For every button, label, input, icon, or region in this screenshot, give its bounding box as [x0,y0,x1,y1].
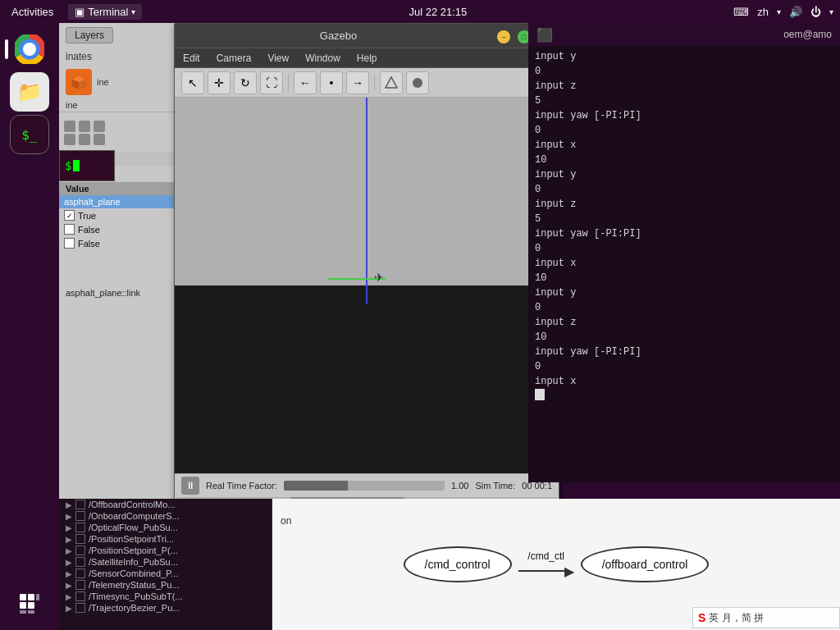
rtf-value: 1.00 [451,481,468,491]
dock-apps-icon[interactable] [10,584,49,623]
checkbox-8[interactable] [75,591,85,601]
prop-checkbox-false2[interactable] [64,238,75,249]
checkbox-0[interactable] [75,500,85,509]
term-line-12: input yaw [-PI:PI] [535,226,833,241]
toolbar-undo-btn[interactable]: ← [294,71,317,94]
checkbox-1[interactable] [75,511,85,521]
menu-window[interactable]: Window [302,51,344,66]
pause-button[interactable]: ⏸ [181,477,199,495]
arrow-icon-0: ▶ [66,500,72,509]
arrow-icon-3: ▶ [66,535,72,544]
dock-files-icon[interactable]: 📁 [10,72,49,112]
layers-button[interactable]: Layers [66,27,113,43]
list-item-7[interactable]: ▶ /TelemetryStatus_Pu... [59,579,272,591]
arrow-icon-2: ▶ [66,523,72,532]
arrow-icon-5: ▶ [66,558,72,567]
toolbar-select-btn[interactable]: ↖ [181,71,204,94]
minimize-button[interactable]: – [497,30,510,43]
language-indicator[interactable]: zh [757,6,769,18]
toolbar-shape2-btn[interactable] [406,71,429,94]
checkbox-2[interactable] [75,523,85,532]
terminal-taskbar-label: Terminal [88,6,128,18]
checkbox-3[interactable] [75,534,85,544]
toolbar-rotate-btn[interactable]: ↻ [234,71,257,94]
terminal-taskbar-icon: ▣ [75,6,84,18]
prop-false2-label: False [78,239,100,249]
list-label-2: /OpticalFlow_PubSu... [89,523,178,532]
list-label-1: /OnboardComputerS... [89,511,180,521]
sogou-input-bar: S 英 月，简 拼 [692,607,840,628]
toolbar-scale-btn[interactable]: ⛶ [260,71,283,94]
menu-view[interactable]: View [264,51,292,66]
datetime-display: Jul 22 21:15 [409,6,467,18]
arrow-icon-6: ▶ [66,569,72,578]
svg-rect-7 [28,602,34,609]
toolbar-translate-btn[interactable]: ✛ [208,71,231,94]
list-label-3: /PositionSetpointTri... [89,534,174,544]
grid-icon-4 [64,134,75,145]
term-line-10: input z [535,197,833,212]
toolbar-redo-btn[interactable]: → [346,71,369,94]
gazebo-viewport[interactable]: ✈ ▲ ▼ ⊞ [175,98,559,473]
term-line-16: input y [535,285,833,300]
list-item-5[interactable]: ▶ /SatelliteInfo_PubSu... [59,556,272,568]
rtf-label: Real Time Factor: [206,481,277,491]
term-line-21: 0 [535,359,833,374]
cursor-block [73,160,80,171]
arrow-icon-4: ▶ [66,546,72,555]
menu-help[interactable]: Help [354,51,381,66]
gazebo-toolbar: ↖ ✛ ↻ ⛶ ← • → ⋯ [175,68,559,98]
term-cursor [535,389,545,400]
dock-chrome-icon[interactable] [10,30,49,69]
term-line-9: 0 [535,182,833,197]
list-item-9[interactable]: ▶ /TrajectoryBezier_Pu... [59,602,272,614]
grid-icon-1 [64,121,75,132]
activities-button[interactable]: Activities [7,4,58,20]
prop-checkbox-false1[interactable] [64,224,75,235]
lang-chevron: ▾ [777,7,781,16]
toolbar-dot-btn[interactable]: • [320,71,343,94]
sogou-logo: S [698,611,705,624]
list-item-6[interactable]: ▶ /SensorCombined_P... [59,568,272,579]
power-chevron: ▾ [829,7,833,16]
list-item-1[interactable]: ▶ /OnboardComputerS... [59,510,272,522]
term-line-22: input x [535,374,833,389]
term-line-15: 10 [535,271,833,285]
dock-terminal-icon[interactable]: $_ [10,115,49,154]
toolbar-shape1-btn[interactable] [380,71,403,94]
prop-checkbox-true[interactable]: ✓ [64,210,75,221]
list-item-8[interactable]: ▶ /Timesync_PubSubT(... [59,591,272,602]
term-line-11: 5 [535,212,833,226]
list-item-0[interactable]: ▶ /OffboardControlMo... [59,499,272,510]
list-label-0: /OffboardControlMo... [89,500,176,509]
terminal-taskbar-btn[interactable]: ▣ Terminal ▾ [68,4,142,20]
term-line-19: 10 [535,330,833,345]
checkbox-9[interactable] [75,603,85,613]
menu-edit[interactable]: Edit [180,51,203,66]
svg-point-2 [25,44,34,54]
drone-model: ✈ [374,271,384,284]
list-item-4[interactable]: ▶ /PositionSetpoint_P(... [59,545,272,556]
diagram-on-label: on [281,515,291,527]
list-item-2[interactable]: ▶ /OpticalFlow_PubSu... [59,522,272,533]
checkbox-7[interactable] [75,580,85,590]
power-icon[interactable]: ⏻ [810,6,821,18]
model-name-label: ine [97,77,109,87]
rtf-progress-fill [284,481,348,491]
prop-name-label: asphalt_plane [64,197,121,207]
menu-camera[interactable]: Camera [213,51,255,66]
top-bar-left: Activities ▣ Terminal ▾ [7,4,142,20]
orange-cube-icon [66,69,92,95]
checkbox-5[interactable] [75,557,85,567]
term-line-14: input x [535,256,833,271]
checkbox-6[interactable] [75,568,85,578]
list-label-9: /TrajectoryBezier_Pu... [89,603,180,613]
checkbox-4[interactable] [75,546,85,555]
rtf-progress [284,481,445,491]
gazebo-titlebar: Gazebo – □ × [175,24,559,48]
main-area: Layers inates ine ine [59,23,840,630]
list-item-3[interactable]: ▶ /PositionSetpointTri... [59,533,272,545]
volume-icon[interactable]: 🔊 [789,6,802,18]
topic-list-panel: ▶ /OffboardControlMo... ▶ /OnboardComput… [59,499,272,630]
list-label-7: /TelemetryStatus_Pu... [89,580,180,590]
